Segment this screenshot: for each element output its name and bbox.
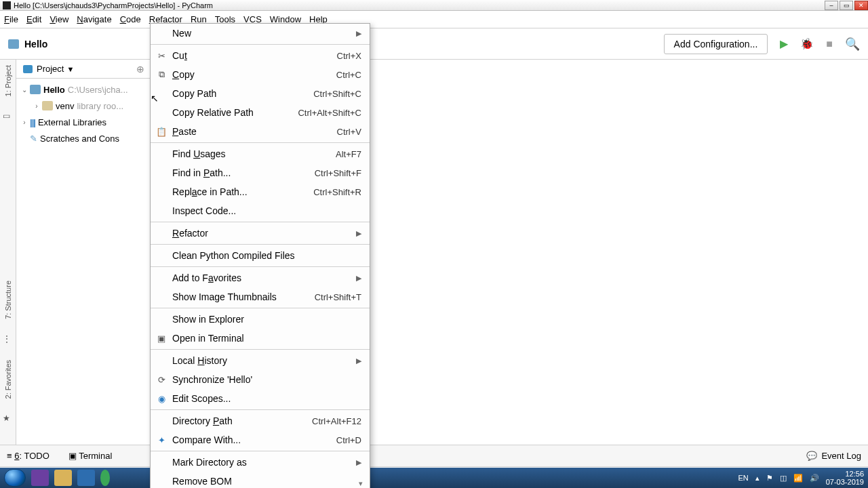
- windows-taskbar: EN ▴ ⚑ ◫ 📶 🔊 12:5607-03-2019: [0, 468, 868, 488]
- start-button[interactable]: [4, 469, 26, 487]
- scope-icon: ◉: [156, 394, 167, 404]
- app-icon: [3, 1, 11, 9]
- expand-icon[interactable]: ›: [19, 119, 30, 126]
- ctx-copy-path[interactable]: Copy PathCtrl+Shift+C: [151, 84, 370, 103]
- search-everywhere-icon[interactable]: 🔍: [845, 37, 860, 52]
- ctx-show-in-explorer[interactable]: Show in Explorer: [151, 310, 370, 329]
- run-icon[interactable]: ▶: [780, 37, 788, 50]
- tool-favorites-icon: ★: [3, 413, 14, 424]
- tray-lang[interactable]: EN: [738, 474, 748, 482]
- copy-icon: ⧉: [156, 69, 167, 80]
- project-tab-header[interactable]: Project ▼ ⊕: [16, 60, 151, 79]
- tray-signal-icon[interactable]: 📶: [793, 474, 803, 483]
- breadcrumb-root[interactable]: Hello: [24, 39, 47, 49]
- project-folder-icon: [8, 39, 19, 49]
- main-split: 1: Project ▭ 7: Structure ⋮ 2: Favorites…: [0, 60, 868, 445]
- ctx-directory-path[interactable]: Directory PathCtrl+Alt+F12: [151, 411, 370, 430]
- task-icon[interactable]: [77, 470, 95, 486]
- tool-todo[interactable]: ≡ 6: 6: TODOTODO: [7, 451, 50, 461]
- tree-venv[interactable]: › venv library roo...: [19, 98, 149, 114]
- ctx-clean-compiled[interactable]: Clean Python Compiled Files: [151, 246, 370, 265]
- tool-project[interactable]: 1: Project: [4, 65, 12, 96]
- tree-venv-hint: library roo...: [77, 101, 123, 111]
- tool-structure[interactable]: 7: Structure: [4, 281, 12, 319]
- tray-vol-icon[interactable]: 🔊: [810, 474, 819, 483]
- ctx-remove-bom[interactable]: Remove BOM▾: [151, 472, 370, 488]
- tool-project-icon: ▭: [3, 111, 14, 122]
- submenu-arrow-icon: ▶: [356, 357, 361, 365]
- tree-external-libraries[interactable]: › External Libraries: [19, 114, 149, 130]
- tray-up-icon[interactable]: ▴: [755, 474, 760, 483]
- menu-view[interactable]: View: [50, 14, 68, 24]
- project-tab-label: Project: [37, 64, 64, 74]
- expand-icon[interactable]: ›: [31, 102, 42, 110]
- expand-icon[interactable]: ⌄: [19, 86, 30, 94]
- minimize-button[interactable]: –: [825, 1, 838, 10]
- project-tree[interactable]: ⌄ Hello C:\Users\jcha... › venv library …: [16, 79, 151, 149]
- debug-icon[interactable]: 🐞: [800, 37, 814, 50]
- ctx-local-history[interactable]: Local History▶: [151, 351, 370, 370]
- ctx-edit-scopes[interactable]: ◉Edit Scopes...: [151, 389, 370, 408]
- tree-scratch-label: Scratches and Cons: [40, 134, 119, 144]
- ctx-refactor[interactable]: Refactor▶: [151, 224, 370, 243]
- compare-icon: ✦: [156, 435, 167, 445]
- submenu-arrow-icon: ▶: [356, 29, 361, 38]
- tree-ext-label: External Libraries: [38, 117, 106, 127]
- event-log-label[interactable]: Event Log: [821, 451, 861, 461]
- menu-code[interactable]: Code: [120, 14, 141, 24]
- more-icon: ▾: [359, 479, 363, 488]
- task-icon[interactable]: [31, 470, 49, 486]
- project-tool-window: Project ▼ ⊕ ⌄ Hello C:\Users\jcha... › v…: [16, 60, 152, 445]
- tray-clock[interactable]: 12:5607-03-2019: [826, 470, 864, 486]
- window-title: Hello [C:\Users\jchauds3\PycharmProjects…: [14, 1, 213, 9]
- ctx-open-in-terminal[interactable]: ▣Open in Terminal: [151, 329, 370, 348]
- tree-scratches[interactable]: Scratches and Cons: [19, 130, 149, 146]
- tray-net-icon[interactable]: ◫: [780, 474, 787, 483]
- submenu-arrow-icon: ▶: [356, 274, 361, 283]
- paste-icon: 📋: [156, 127, 167, 137]
- menu-edit[interactable]: Edit: [26, 14, 41, 24]
- ctx-show-thumbnails[interactable]: Show Image ThumbnailsCtrl+Shift+T: [151, 287, 370, 306]
- ctx-cut[interactable]: ✂CutCtrl+X: [151, 46, 370, 65]
- menu-navigate[interactable]: Navigate: [77, 14, 111, 24]
- menu-bar: File Edit View Navigate Code Refactor Ru…: [0, 11, 868, 28]
- menu-file[interactable]: File: [4, 14, 18, 24]
- ctx-add-to-favorites[interactable]: Add to Favorites▶: [151, 268, 370, 287]
- tray-flag-icon[interactable]: ⚑: [766, 474, 773, 483]
- project-view-icon: [23, 65, 33, 73]
- ctx-find-usages[interactable]: Find UsagesAlt+F7: [151, 144, 370, 163]
- terminal-icon: ▣: [156, 333, 167, 344]
- ctx-find-in-path[interactable]: Find in Path...Ctrl+Shift+F: [151, 163, 370, 182]
- cut-icon: ✂: [156, 51, 167, 61]
- context-menu: New▶ ✂CutCtrl+X ⧉CopyCtrl+C Copy PathCtr…: [150, 23, 370, 488]
- event-log-icon[interactable]: 💬: [806, 451, 817, 461]
- maximize-button[interactable]: ▭: [840, 1, 853, 10]
- task-icon[interactable]: [100, 470, 110, 486]
- task-icon[interactable]: [54, 470, 72, 486]
- locate-file-icon[interactable]: ⊕: [136, 64, 144, 75]
- tree-root-path: C:\Users\jcha...: [68, 85, 128, 95]
- ctx-paste[interactable]: 📋PasteCtrl+V: [151, 122, 370, 141]
- scratch-icon: [30, 134, 40, 144]
- sync-icon: ⟳: [156, 375, 167, 385]
- stop-icon[interactable]: ■: [826, 38, 833, 50]
- ctx-inspect-code[interactable]: Inspect Code...: [151, 201, 370, 220]
- ctx-mark-directory-as[interactable]: Mark Directory as▶: [151, 453, 370, 472]
- tool-favorites[interactable]: 2: Favorites: [4, 360, 12, 399]
- ctx-compare-with[interactable]: ✦Compare With...Ctrl+D: [151, 430, 370, 449]
- ctx-copy[interactable]: ⧉CopyCtrl+C: [151, 65, 370, 84]
- bottom-tool-tabs: ≡ 6: 6: TODOTODO ▣ Terminal 💬 Event Log: [0, 445, 868, 466]
- tool-terminal[interactable]: ▣ Terminal: [68, 451, 113, 461]
- tool-structure-icon: ⋮: [3, 334, 14, 345]
- ctx-synchronize[interactable]: ⟳Synchronize 'Hello': [151, 370, 370, 389]
- tree-root[interactable]: ⌄ Hello C:\Users\jcha...: [19, 81, 149, 98]
- ctx-replace-in-path[interactable]: Replace in Path...Ctrl+Shift+R: [151, 182, 370, 201]
- folder-icon: [30, 85, 41, 94]
- close-button[interactable]: ✕: [854, 1, 868, 10]
- chevron-down-icon[interactable]: ▼: [66, 65, 74, 73]
- system-tray[interactable]: EN ▴ ⚑ ◫ 📶 🔊 12:5607-03-2019: [738, 470, 864, 486]
- add-configuration-button[interactable]: Add Configuration...: [664, 34, 768, 54]
- tree-venv-name: venv: [56, 101, 74, 111]
- ctx-copy-relative-path[interactable]: Copy Relative PathCtrl+Alt+Shift+C: [151, 103, 370, 122]
- ctx-new[interactable]: New▶: [151, 24, 370, 43]
